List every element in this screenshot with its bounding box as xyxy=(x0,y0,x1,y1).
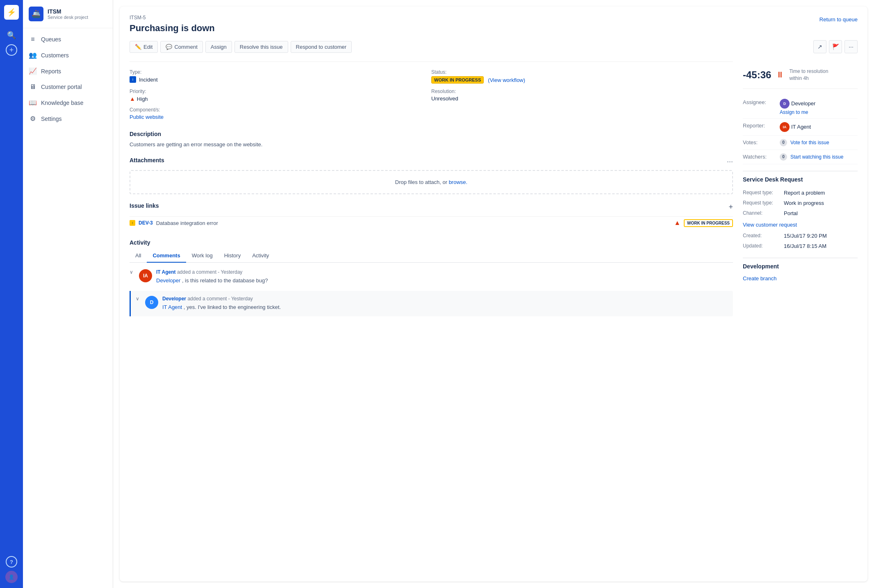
request-type-1-label: Request type: xyxy=(743,190,784,195)
tab-comments[interactable]: Comments xyxy=(147,249,186,263)
sidebar-label-knowledge: Knowledge base xyxy=(41,100,84,106)
return-to-queue-button[interactable]: Return to queue xyxy=(819,15,858,23)
view-customer-request-link[interactable]: View customer request xyxy=(743,222,797,228)
comment-text-2: IT Agent , yes. I've linked to the engin… xyxy=(162,303,281,311)
type-label: Type: xyxy=(130,69,431,75)
assignee-value: D Developer Assign to me xyxy=(780,99,815,115)
resolve-label: Resolve this issue xyxy=(240,44,283,50)
assignee-name: Developer xyxy=(791,100,815,107)
component-value[interactable]: Public website xyxy=(130,114,431,120)
tab-worklog[interactable]: Work log xyxy=(186,249,218,263)
commenter-2[interactable]: Developer xyxy=(162,296,186,302)
view-customer-request-row: View customer request xyxy=(743,218,858,231)
reports-icon: 📈 xyxy=(29,67,37,75)
created-label: Created: xyxy=(743,233,784,238)
issue-links-header: Issue links + xyxy=(130,202,733,212)
add-issue-link-button[interactable]: + xyxy=(728,203,733,211)
collapse-comment-2[interactable]: ∨ xyxy=(136,296,139,302)
vote-link[interactable]: Vote for this issue xyxy=(790,140,829,145)
linked-issue-key[interactable]: DEV-3 xyxy=(139,220,153,226)
assignee-avatar: D xyxy=(780,99,790,109)
service-desk-title: Service Desk Request xyxy=(743,176,858,183)
side-column: -45:36 ⏸ Time to resolution within 4h As… xyxy=(743,61,858,323)
commenter-1[interactable]: IT Agent xyxy=(156,269,176,275)
timer-label-line1: Time to resolution xyxy=(789,68,828,75)
tab-history[interactable]: History xyxy=(218,249,246,263)
content-card: ITSM-5 Purchasing is down Return to queu… xyxy=(120,7,867,581)
breadcrumb: ITSM-5 xyxy=(130,15,215,20)
action-toolbar: ✏️ Edit 💬 Comment Assign Resolve this is… xyxy=(130,40,858,53)
edit-icon: ✏️ xyxy=(135,44,141,50)
sidebar-item-knowledge[interactable]: 📖 Knowledge base xyxy=(23,95,113,111)
resolve-button[interactable]: Resolve this issue xyxy=(234,41,288,53)
watchers-value: 0 Start watching this issue xyxy=(780,153,843,161)
attachments-title: Attachments xyxy=(130,157,164,163)
status-value: WORK IN PROGRESS (View workflow) xyxy=(431,76,733,84)
attachments-drop-zone[interactable]: Drop files to attach, or browse. xyxy=(130,170,733,194)
comment-content-2: Developer added a comment - Yesterday IT… xyxy=(162,296,281,311)
request-type-1-field: Request type: Report a problem xyxy=(743,188,858,198)
channel-label: Channel: xyxy=(743,210,784,216)
priority-label: Priority: xyxy=(130,89,431,94)
top-bar: ITSM-5 Purchasing is down Return to queu… xyxy=(130,15,858,40)
sidebar-item-customers[interactable]: 👥 Customers xyxy=(23,47,113,63)
tab-activity[interactable]: Activity xyxy=(246,249,275,263)
assignee-field: Assignee: D Developer Assign to me xyxy=(743,95,858,119)
timer-label-line2: within 4h xyxy=(789,75,828,82)
request-type-2-field: Request type: Work in progress xyxy=(743,198,858,208)
attachments-header: Attachments ··· xyxy=(130,157,733,167)
sidebar-item-portal[interactable]: 🖥 Customer portal xyxy=(23,79,113,95)
mention-developer[interactable]: Developer xyxy=(156,277,180,284)
create-icon[interactable]: + xyxy=(6,44,17,56)
status-field: Status: WORK IN PROGRESS (View workflow) xyxy=(431,67,733,86)
priority-field: Priority: ▲ High xyxy=(130,86,431,104)
updated-value: 16/Jul/17 8:15 AM xyxy=(784,243,826,249)
reporter-label: Reporter: xyxy=(743,122,776,129)
collapse-comment-1[interactable]: ∨ xyxy=(130,269,133,275)
browse-link[interactable]: browse. xyxy=(449,179,468,185)
view-workflow-link[interactable]: (View workflow) xyxy=(488,77,525,83)
sidebar-label-customers: Customers xyxy=(41,52,69,59)
sidebar-item-queues[interactable]: ≡ Queues xyxy=(23,32,113,47)
mention-it-agent[interactable]: IT Agent xyxy=(162,304,182,310)
attachments-more-button[interactable]: ··· xyxy=(727,157,733,166)
channel-value: Portal xyxy=(784,210,798,216)
app-logo[interactable]: ⚡ xyxy=(4,5,19,20)
user-avatar[interactable]: 👤 xyxy=(5,571,18,583)
comment-button[interactable]: 💬 Comment xyxy=(160,41,203,53)
priority-value: ▲ High xyxy=(130,95,431,102)
main-area: ITSM-5 Purchasing is down Return to queu… xyxy=(113,0,874,588)
request-type-2-value: Work in progress xyxy=(784,200,824,206)
edit-button[interactable]: ✏️ Edit xyxy=(130,41,158,53)
pause-button[interactable]: ⏸ xyxy=(776,70,784,79)
project-info: ITSM Service desk project xyxy=(48,8,88,20)
sidebar-label-reports: Reports xyxy=(41,68,61,75)
sidebar-nav: ≡ Queues 👥 Customers 📈 Reports 🖥 Custome… xyxy=(23,28,113,130)
search-icon[interactable]: 🔍 xyxy=(4,28,19,43)
component-field: Component/s: Public website xyxy=(130,104,431,123)
watch-link[interactable]: Start watching this issue xyxy=(790,154,843,160)
comment-label: Comment xyxy=(174,44,197,50)
sidebar-item-reports[interactable]: 📈 Reports xyxy=(23,63,113,79)
respond-button[interactable]: Respond to customer xyxy=(291,41,352,53)
project-name: ITSM xyxy=(48,8,88,15)
request-type-1-value: Report a problem xyxy=(784,190,825,196)
updated-label: Updated: xyxy=(743,243,784,249)
comment-row-1: ∨ IA IT Agent added a comment - Yesterda… xyxy=(130,269,733,285)
flag-icon-button[interactable]: 🚩 xyxy=(829,40,842,53)
watchers-field: Watchers: 0 Start watching this issue xyxy=(743,150,858,164)
portal-icon: 🖥 xyxy=(29,83,37,91)
more-options-button[interactable]: ··· xyxy=(844,40,858,53)
tab-all[interactable]: All xyxy=(130,249,147,263)
assign-button[interactable]: Assign xyxy=(205,41,232,53)
respond-label: Respond to customer xyxy=(296,44,347,50)
comment-row-2: ∨ D Developer added a comment - Yesterda… xyxy=(130,291,733,316)
sidebar-item-settings[interactable]: ⚙ Settings xyxy=(23,111,113,127)
create-branch-link[interactable]: Create branch xyxy=(743,275,776,282)
share-icon-button[interactable]: ↗ xyxy=(813,40,826,53)
assign-to-me-link[interactable]: Assign to me xyxy=(780,109,815,115)
sidebar-label-portal: Customer portal xyxy=(41,84,82,90)
help-icon[interactable]: ? xyxy=(6,556,17,568)
project-subtitle: Service desk project xyxy=(48,15,88,20)
timer-label: Time to resolution within 4h xyxy=(789,68,828,82)
